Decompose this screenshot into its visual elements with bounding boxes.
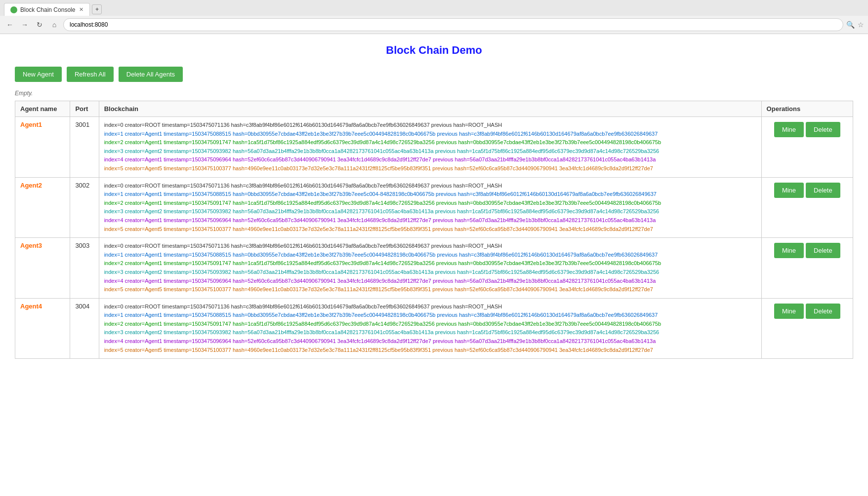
- blockchain-line: index=2 creator=Agent1 timestamp=1503475…: [104, 320, 756, 329]
- blockchain-line: index=0 creator=ROOT timestamp=150347507…: [104, 182, 756, 191]
- delete-agent-button[interactable]: Delete: [806, 243, 840, 258]
- blockchain-line: index=2 creator=Agent1 timestamp=1503475…: [104, 259, 756, 268]
- blockchain-line: index=3 creator=Agent2 timestamp=1503475…: [104, 207, 756, 216]
- port-cell: 3002: [70, 177, 99, 238]
- page-content: Block Chain Demo New Agent Refresh All D…: [0, 34, 868, 369]
- blockchain-line: index=4 creator=Agent1 timestamp=1503475…: [104, 277, 756, 286]
- table-row: Agent33003index=0 creator=ROOT timestamp…: [15, 238, 853, 299]
- blockchain-cell: index=0 creator=ROOT timestamp=150347507…: [99, 298, 761, 359]
- blockchain-line: index=1 creator=Agent1 timestamp=1503475…: [104, 251, 756, 260]
- blockchain-cell: index=0 creator=ROOT timestamp=150347507…: [99, 177, 761, 238]
- agent-name-cell: Agent3: [15, 238, 70, 299]
- blockchain-line: index=4 creator=Agent1 timestamp=1503475…: [104, 155, 756, 164]
- blockchain-line: index=3 creator=Agent2 timestamp=1503475…: [104, 328, 756, 337]
- agent-name[interactable]: Agent2: [20, 182, 42, 189]
- agent-table: Agent name Port Blockchain Operations Ag…: [15, 101, 853, 359]
- port-cell: 3003: [70, 238, 99, 299]
- back-button[interactable]: ←: [4, 19, 16, 31]
- page-title: Block Chain Demo: [15, 44, 853, 57]
- toolbar: New Agent Refresh All Delete All Agents: [15, 67, 853, 82]
- agent-name[interactable]: Agent3: [20, 242, 42, 249]
- reload-button[interactable]: ↻: [34, 19, 45, 31]
- operations-cell: MineDelete: [761, 117, 853, 178]
- blockchain-line: index=0 creator=ROOT timestamp=150347507…: [104, 242, 756, 251]
- col-header-blockchain: Blockchain: [99, 101, 761, 117]
- blockchain-line: index=3 creator=Agent2 timestamp=1503475…: [104, 147, 756, 156]
- col-header-operations: Operations: [761, 101, 853, 117]
- blockchain-line: index=3 creator=Agent2 timestamp=1503475…: [104, 268, 756, 277]
- agent-name-cell: Agent1: [15, 117, 70, 178]
- url-bar[interactable]: [63, 18, 843, 31]
- tab-bar: Block Chain Console ✕ +: [0, 0, 868, 16]
- blockchain-line: index=2 creator=Agent1 timestamp=1503475…: [104, 138, 756, 147]
- blockchain-line: index=2 creator=Agent1 timestamp=1503475…: [104, 199, 756, 208]
- blockchain-cell: index=0 creator=ROOT timestamp=150347507…: [99, 238, 761, 299]
- agent-name[interactable]: Agent4: [20, 303, 42, 310]
- operations-cell: MineDelete: [761, 238, 853, 299]
- blockchain-line: index=1 creator=Agent1 timestamp=1503475…: [104, 311, 756, 320]
- delete-agent-button[interactable]: Delete: [806, 183, 840, 198]
- home-button[interactable]: ⌂: [48, 19, 60, 31]
- search-icon: 🔍: [846, 21, 855, 29]
- mine-button[interactable]: Mine: [774, 183, 804, 198]
- browser-tab[interactable]: Block Chain Console ✕: [4, 3, 90, 16]
- nav-bar: ← → ↻ ⌂ 🔍 ☆: [0, 16, 868, 34]
- port-cell: 3001: [70, 117, 99, 178]
- blockchain-line: index=4 creator=Agent1 timestamp=1503475…: [104, 216, 756, 225]
- blockchain-line: index=5 creator=Agent5 timestamp=1503475…: [104, 225, 756, 234]
- new-agent-button[interactable]: New Agent: [15, 67, 62, 82]
- agent-name-cell: Agent4: [15, 298, 70, 359]
- tab-title: Block Chain Console: [20, 6, 75, 13]
- blockchain-line: index=5 creator=Agent5 timestamp=1503475…: [104, 164, 756, 173]
- blockchain-line: index=5 creator=Agent5 timestamp=1503475…: [104, 285, 756, 294]
- blockchain-line: index=4 creator=Agent1 timestamp=1503475…: [104, 337, 756, 346]
- blockchain-cell: index=0 creator=ROOT timestamp=150347507…: [99, 117, 761, 178]
- agent-name-cell: Agent2: [15, 177, 70, 238]
- table-row: Agent13001index=0 creator=ROOT timestamp…: [15, 117, 853, 178]
- blockchain-line: index=0 creator=ROOT timestamp=150347507…: [104, 121, 756, 130]
- tab-favicon: [10, 6, 17, 13]
- forward-button[interactable]: →: [19, 19, 31, 31]
- star-icon: ☆: [858, 21, 864, 29]
- refresh-all-button[interactable]: Refresh All: [67, 67, 114, 82]
- new-tab-button[interactable]: +: [92, 4, 102, 14]
- agent-name[interactable]: Agent1: [20, 121, 42, 128]
- col-header-agent-name: Agent name: [15, 101, 70, 117]
- blockchain-line: index=1 creator=Agent1 timestamp=1503475…: [104, 190, 756, 199]
- operations-cell: MineDelete: [761, 298, 853, 359]
- delete-agent-button[interactable]: Delete: [806, 122, 840, 137]
- browser-chrome: Block Chain Console ✕ + ← → ↻ ⌂ 🔍 ☆: [0, 0, 868, 34]
- mine-button[interactable]: Mine: [774, 243, 804, 258]
- operations-cell: MineDelete: [761, 177, 853, 238]
- mine-button[interactable]: Mine: [774, 122, 804, 137]
- mine-button[interactable]: Mine: [774, 304, 804, 319]
- col-header-port: Port: [70, 101, 99, 117]
- delete-all-button[interactable]: Delete All Agents: [119, 67, 183, 82]
- blockchain-line: index=1 creator=Agent1 timestamp=1503475…: [104, 130, 756, 139]
- port-cell: 3004: [70, 298, 99, 359]
- delete-agent-button[interactable]: Delete: [806, 304, 840, 319]
- blockchain-line: index=5 creator=Agent5 timestamp=1503475…: [104, 346, 756, 355]
- table-row: Agent23002index=0 creator=ROOT timestamp…: [15, 177, 853, 238]
- table-row: Agent43004index=0 creator=ROOT timestamp…: [15, 298, 853, 359]
- tab-close-icon[interactable]: ✕: [79, 6, 83, 13]
- empty-label: Empty.: [15, 90, 853, 97]
- blockchain-line: index=0 creator=ROOT timestamp=150347507…: [104, 303, 756, 311]
